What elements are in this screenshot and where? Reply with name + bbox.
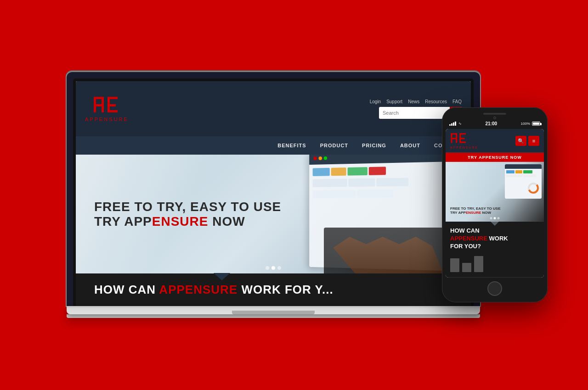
bottom-suffix: WORK FOR Y... — [237, 283, 334, 296]
phone-search-button[interactable]: 🔍 — [515, 136, 526, 146]
site-hero: FREE TO TRY, EASY TO USE TRY APPENSURE N… — [76, 155, 471, 273]
pbar-3 — [474, 256, 483, 272]
phone-camera — [493, 117, 496, 119]
phone-logo-ae — [450, 133, 478, 146]
db-card-7 — [376, 178, 408, 186]
phone: ∿ 21:00 100% — [442, 107, 548, 302]
hero-line2-suffix: NOW — [208, 214, 245, 228]
phone-time: 21:00 — [485, 121, 497, 126]
db-card-8 — [313, 190, 356, 198]
dot-1 — [266, 266, 269, 270]
top-link-news[interactable]: News — [408, 99, 419, 104]
phone-status-bar: ∿ 21:00 100% — [446, 121, 544, 129]
nav-about[interactable]: ABOUT — [400, 143, 420, 148]
site-logo: APPENSURE — [85, 96, 129, 122]
signal-bar-4 — [455, 122, 456, 126]
phone-menu-button[interactable]: ≡ — [528, 136, 539, 146]
pdot-1 — [490, 217, 492, 219]
phone-bottom-line2: APPENSURE WORK — [450, 235, 539, 243]
signal-bar-1 — [449, 124, 451, 126]
logo-text-prefix: APP — [85, 117, 99, 122]
site-nav: BENEFITS PRODUCT PRICING ABOUT CONTACT — [76, 136, 471, 155]
phone-hero-dots — [490, 217, 500, 219]
pdot-3 — [498, 217, 500, 219]
top-link-login[interactable]: Login — [370, 99, 381, 104]
site-bottom-banner: HOW CAN APPENSURE WORK FOR Y... — [76, 273, 471, 306]
logo-text-suffix: ENSURE — [99, 117, 129, 122]
phone-home-button[interactable] — [487, 281, 502, 296]
phone-red-banner: TRY APPENSURE NOW — [446, 153, 544, 162]
db-dot-green — [324, 156, 327, 160]
phone-logo-suffix: ENSURE — [459, 146, 478, 149]
signal-bar-3 — [453, 123, 454, 126]
db-card-6 — [348, 178, 375, 187]
hero-line2-brand: ENSURE — [152, 214, 209, 228]
phone-bottom-text: HOW CAN APPENSURE WORK FOR YOU? — [450, 227, 539, 251]
battery-percent: 100% — [521, 122, 530, 126]
phone-hero: FREE TO TRY, EASY TO USE TRY APPENSURE N… — [446, 162, 544, 222]
signal-bar-2 — [451, 123, 452, 126]
logo-text: APPENSURE — [85, 117, 129, 122]
phone-banner-bold: APPENSURE — [479, 155, 509, 160]
db-dot-red — [313, 156, 317, 160]
phone-hero-suffix: NOW — [481, 211, 491, 215]
top-link-faq[interactable]: FAQ — [452, 99, 462, 104]
phone-chart-bars — [450, 256, 539, 272]
phone-banner-pointer — [490, 221, 499, 226]
phone-speaker — [483, 113, 506, 115]
bottom-brand: APPENSURE — [159, 283, 237, 296]
search-input[interactable] — [379, 107, 450, 118]
svg-rect-3 — [94, 104, 104, 106]
bottom-banner-text: HOW CAN APPENSURE WORK FOR Y... — [94, 283, 334, 297]
phone-mini-dashboard — [505, 164, 542, 199]
top-link-support[interactable]: Support — [386, 99, 402, 104]
db-card-1 — [313, 168, 330, 176]
phone-bottom-line1: HOW CAN — [450, 227, 539, 235]
svg-rect-17 — [459, 138, 464, 139]
site-header: APPENSURE Login Support News Resources F… — [76, 81, 471, 136]
phone-signal: ∿ — [449, 122, 462, 126]
phone-hero-line1: FREE TO TRY, EASY TO USE — [450, 206, 501, 211]
hero-text: FREE TO TRY, EASY TO USE TRY APPENSURE N… — [76, 186, 300, 243]
laptop-base — [67, 306, 480, 314]
phone-header-icons: 🔍 ≡ — [515, 136, 539, 146]
phone-bottom-line3: FOR YOU? — [450, 243, 539, 251]
db-card-2 — [331, 167, 346, 176]
svg-rect-18 — [459, 141, 466, 143]
phone-battery: 100% — [521, 122, 540, 126]
laptop-bottom — [67, 314, 480, 318]
laptop-lid: APPENSURE Login Support News Resources F… — [67, 72, 480, 306]
scene: APPENSURE Login Support News Resources F… — [18, 7, 570, 383]
phone-hero-prefix: TRY APP — [450, 211, 466, 215]
nav-benefits[interactable]: BENEFITS — [277, 143, 306, 148]
db-card-4 — [369, 167, 386, 175]
top-links: Login Support News Resources FAQ — [370, 99, 462, 104]
wifi-icon: ∿ — [458, 122, 462, 126]
phone-top — [446, 113, 544, 119]
hero-line2-prefix: TRY APP — [94, 214, 152, 228]
phone-hero-text: FREE TO TRY, EASY TO USE TRY APPENSURE N… — [450, 206, 501, 215]
phone-hero-line2: TRY APPENSURE NOW — [450, 211, 501, 215]
phone-logo-text: APPENSURE — [450, 146, 478, 149]
bottom-prefix: HOW CAN — [94, 283, 159, 296]
nav-product[interactable]: PRODUCT — [320, 143, 348, 148]
pbar-1 — [450, 258, 459, 272]
phone-banner-text: TRY APPENSURE NOW — [449, 155, 540, 160]
banner-pointer — [214, 273, 230, 280]
battery-tip — [540, 123, 542, 125]
svg-rect-14 — [451, 138, 457, 139]
phone-hero-brand: ENSURE — [466, 211, 481, 215]
top-link-resources[interactable]: Resources — [425, 99, 447, 104]
logo-ae-icon — [93, 96, 120, 116]
pbar-2 — [462, 263, 471, 272]
battery-fill — [533, 123, 539, 125]
phone-screen: APPENSURE 🔍 ≡ TRY APPENSURE NOW — [446, 129, 544, 278]
dot-2-active — [271, 266, 275, 270]
db-card-9 — [357, 189, 393, 198]
nav-pricing[interactable]: PRICING — [362, 143, 386, 148]
phone-site-header: APPENSURE 🔍 ≡ — [446, 129, 544, 153]
phone-logo-prefix: APP — [450, 146, 459, 149]
phone-banner-suffix: NOW — [510, 155, 522, 160]
laptop: APPENSURE Login Support News Resources F… — [67, 72, 480, 318]
hero-line1: FREE TO TRY, EASY TO USE — [94, 200, 281, 214]
